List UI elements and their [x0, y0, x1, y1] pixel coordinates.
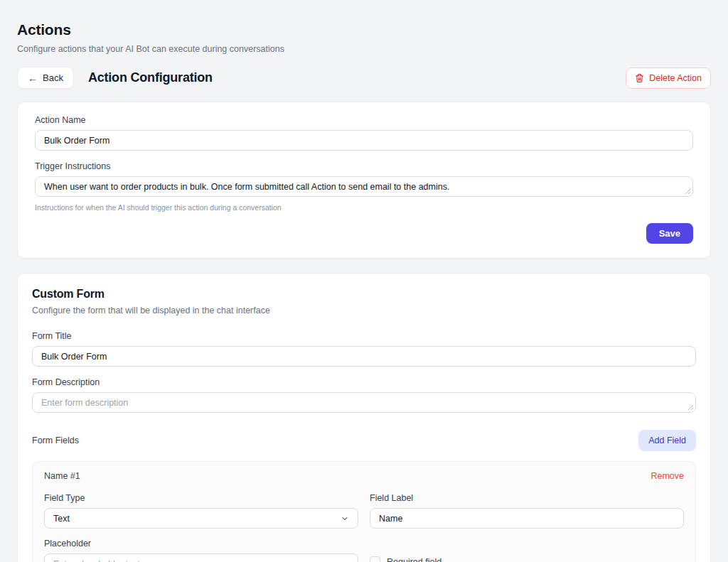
field-type-select[interactable]: Text — [44, 508, 358, 529]
form-description-textarea[interactable] — [32, 392, 696, 413]
placeholder-input[interactable] — [44, 553, 358, 562]
form-fields-label: Form Fields — [32, 436, 79, 445]
action-name-input[interactable] — [35, 130, 693, 151]
page-title: Actions — [17, 21, 711, 38]
remove-field-button[interactable]: Remove — [651, 471, 684, 481]
trash-icon — [635, 73, 644, 83]
field-label-label: Field Label — [370, 493, 684, 503]
field-type-value: Text — [53, 514, 70, 524]
custom-form-subtitle: Configure the form that will be displaye… — [32, 306, 696, 315]
custom-form-title: Custom Form — [32, 288, 696, 301]
form-description-label: Form Description — [32, 377, 696, 387]
field-card-title: Name #1 — [44, 471, 80, 481]
field-label-input[interactable] — [370, 508, 684, 529]
config-header-bar: ← Back Action Configuration Delete Actio… — [17, 67, 711, 89]
add-field-button[interactable]: Add Field — [638, 430, 696, 451]
page-subtitle: Configure actions that your AI Bot can e… — [17, 44, 711, 54]
chevron-down-icon — [341, 514, 349, 523]
back-button-label: Back — [43, 72, 63, 83]
config-title: Action Configuration — [88, 70, 213, 85]
delete-action-label: Delete Action — [649, 73, 702, 83]
form-fields-header: Form Fields Add Field — [32, 430, 696, 451]
action-name-label: Action Name — [35, 115, 693, 125]
delete-action-button[interactable]: Delete Action — [626, 67, 711, 89]
form-title-input[interactable] — [32, 346, 696, 367]
placeholder-label: Placeholder — [44, 539, 358, 549]
save-button[interactable]: Save — [646, 223, 693, 244]
placeholder-group: Placeholder — [44, 539, 358, 562]
required-field-group: Required field — [370, 539, 684, 562]
form-title-label: Form Title — [32, 331, 696, 341]
trigger-instructions-label: Trigger Instructions — [35, 161, 693, 171]
back-button[interactable]: ← Back — [17, 67, 74, 89]
field-type-label: Field Type — [44, 493, 358, 503]
required-checkbox[interactable] — [370, 556, 380, 562]
trigger-instructions-textarea[interactable]: When user want to order products in bulk… — [35, 176, 693, 197]
required-checkbox-row[interactable]: Required field — [370, 556, 441, 562]
field-type-group: Field Type Text — [44, 493, 358, 529]
back-arrow-icon: ← — [28, 73, 38, 83]
required-checkbox-label: Required field — [387, 557, 441, 562]
actions-page: Actions Configure actions that your AI B… — [0, 0, 728, 562]
field-label-group: Field Label — [370, 493, 684, 529]
action-config-card: Action Name Trigger Instructions When us… — [17, 102, 711, 259]
trigger-instructions-help: Instructions for when the AI should trig… — [35, 203, 693, 212]
form-field-card: Name #1 Remove Field Type Text Field Lab… — [32, 461, 696, 562]
custom-form-card: Custom Form Configure the form that will… — [17, 273, 711, 562]
